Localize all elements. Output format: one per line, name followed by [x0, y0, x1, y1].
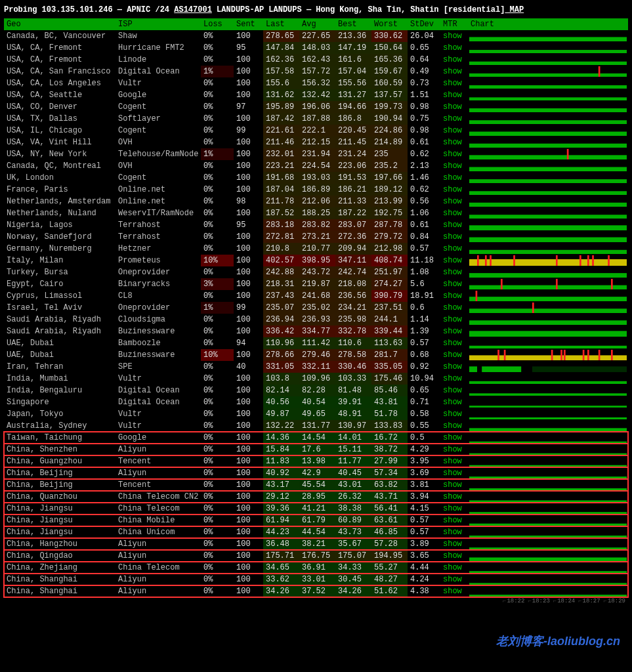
svg-rect-50 — [587, 350, 589, 360]
cell-isp: OVH — [116, 136, 201, 148]
mtr-show-link[interactable]: show — [440, 420, 468, 432]
col-avg[interactable]: Avg — [299, 18, 335, 30]
cell-last: 82.14 — [263, 385, 299, 396]
mtr-show-link[interactable]: show — [440, 290, 468, 302]
cell-chart — [468, 196, 628, 207]
cell-stdev: 4.15 — [408, 503, 440, 514]
cell-isp: Oneprovider — [116, 266, 201, 278]
cell-isp: Aliyun — [116, 467, 201, 479]
col-chart[interactable]: Chart — [468, 18, 628, 30]
cell-best: 209.94 — [335, 243, 371, 255]
mtr-show-link[interactable]: show — [440, 184, 468, 196]
cell-stdev: 4.38 — [408, 585, 440, 597]
mtr-show-link[interactable]: show — [440, 66, 468, 77]
cell-loss: 0% — [201, 526, 234, 538]
cell-loss: 0% — [201, 231, 234, 243]
mtr-show-link[interactable]: show — [440, 503, 468, 514]
cell-sent: 100 — [234, 538, 263, 550]
mtr-show-link[interactable]: show — [440, 278, 468, 290]
col-best[interactable]: Best — [335, 18, 371, 30]
cell-last: 402.57 — [263, 255, 299, 266]
col-worst[interactable]: Worst — [371, 18, 408, 30]
mtr-show-link[interactable]: show — [440, 231, 468, 243]
mtr-show-link[interactable]: show — [440, 491, 468, 503]
col-mtr[interactable]: MTR — [440, 18, 468, 30]
cell-best: 186.21 — [335, 184, 371, 196]
cell-avg: 33.01 — [299, 574, 335, 585]
cell-geo: Italy, Milan — [4, 255, 116, 266]
mtr-show-link[interactable]: show — [440, 266, 468, 278]
cell-best: 211.33 — [335, 196, 371, 207]
mtr-show-link[interactable]: show — [440, 432, 468, 444]
cell-last: 44.23 — [263, 526, 299, 538]
mtr-show-link[interactable]: show — [440, 314, 468, 326]
mtr-show-link[interactable]: show — [440, 113, 468, 125]
col-isp[interactable]: ISP — [116, 18, 201, 30]
mtr-show-link[interactable]: show — [440, 538, 468, 550]
col-loss[interactable]: Loss — [201, 18, 234, 30]
col-stdev[interactable]: StDev — [408, 18, 440, 30]
cell-best: 34.26 — [335, 585, 371, 597]
cell-last: 283.18 — [263, 219, 299, 231]
mtr-show-link[interactable]: show — [440, 219, 468, 231]
map-link[interactable]: MAP — [505, 5, 524, 14]
mtr-show-link[interactable]: show — [440, 455, 468, 467]
mtr-show-link[interactable]: show — [440, 526, 468, 538]
mtr-show-link[interactable]: show — [440, 302, 468, 314]
mtr-show-link[interactable]: show — [440, 349, 468, 361]
col-geo[interactable]: Geo — [4, 18, 116, 30]
cell-loss: 0% — [201, 420, 234, 432]
mtr-show-link[interactable]: show — [440, 467, 468, 479]
mtr-show-link[interactable]: show — [440, 373, 468, 385]
cell-sent: 100 — [234, 172, 263, 184]
cell-last: 187.04 — [263, 184, 299, 196]
cell-worst: 51.62 — [371, 585, 408, 597]
table-row: Cyprus, LimassolCL80%100237.43241.68236.… — [4, 290, 628, 302]
mtr-show-link[interactable]: show — [440, 136, 468, 148]
mtr-show-link[interactable]: show — [440, 172, 468, 184]
mtr-show-link[interactable]: show — [440, 196, 468, 207]
mtr-show-link[interactable]: show — [440, 562, 468, 574]
cell-stdev: 5.6 — [408, 278, 440, 290]
mtr-show-link[interactable]: show — [440, 54, 468, 66]
table-row: USA, CA, San FranciscoDigital Ocean1%100… — [4, 66, 628, 77]
mtr-show-link[interactable]: show — [440, 585, 468, 597]
as-link[interactable]: AS147001 — [174, 5, 212, 14]
mtr-show-link[interactable]: show — [440, 514, 468, 526]
mtr-show-link[interactable]: show — [440, 255, 468, 266]
mtr-show-link[interactable]: show — [440, 574, 468, 585]
cell-isp: Tencent — [116, 479, 201, 491]
mtr-show-link[interactable]: show — [440, 42, 468, 54]
cell-geo: India, Bengaluru — [4, 385, 116, 396]
mtr-show-link[interactable]: show — [440, 101, 468, 113]
mtr-show-link[interactable]: show — [440, 396, 468, 408]
cell-stdev: 0.61 — [408, 219, 440, 231]
cell-worst: 63.61 — [371, 514, 408, 526]
cell-avg: 241.68 — [299, 290, 335, 302]
mtr-show-link[interactable]: show — [440, 444, 468, 455]
col-last[interactable]: Last — [263, 18, 299, 30]
mtr-show-link[interactable]: show — [440, 361, 468, 373]
mtr-show-link[interactable]: show — [440, 160, 468, 172]
mtr-show-link[interactable]: show — [440, 337, 468, 349]
svg-rect-59 — [469, 417, 627, 419]
mtr-show-link[interactable]: show — [440, 125, 468, 136]
mtr-show-link[interactable]: show — [440, 89, 468, 101]
mtr-show-link[interactable]: show — [440, 30, 468, 42]
cell-sent: 100 — [234, 349, 263, 361]
col-sent[interactable]: Sent — [234, 18, 263, 30]
svg-rect-47 — [560, 350, 562, 360]
mtr-show-link[interactable]: show — [440, 326, 468, 337]
mtr-show-link[interactable]: show — [440, 550, 468, 562]
mtr-show-link[interactable]: show — [440, 408, 468, 420]
cell-stdev: 1.46 — [408, 172, 440, 184]
mtr-show-link[interactable]: show — [440, 148, 468, 160]
svg-rect-2 — [469, 62, 627, 65]
mtr-show-link[interactable]: show — [440, 385, 468, 396]
cell-avg: 36.91 — [299, 562, 335, 574]
svg-rect-56 — [469, 381, 627, 384]
mtr-show-link[interactable]: show — [440, 243, 468, 255]
mtr-show-link[interactable]: show — [440, 479, 468, 491]
mtr-show-link[interactable]: show — [440, 207, 468, 219]
mtr-show-link[interactable]: show — [440, 77, 468, 89]
